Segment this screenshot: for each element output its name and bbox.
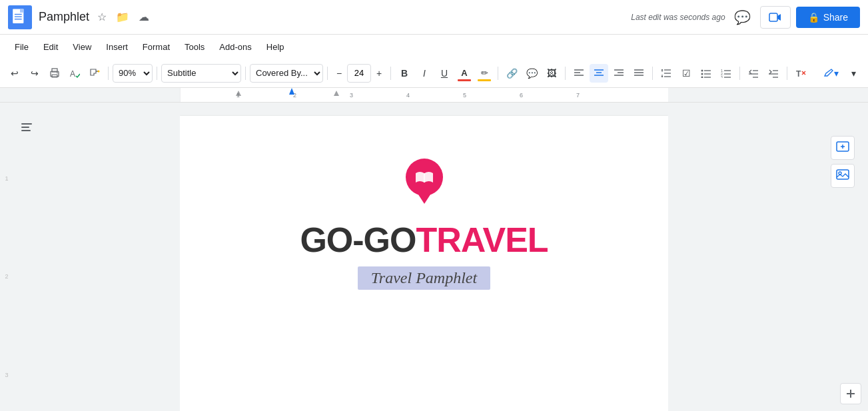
align-center-button[interactable] [590,64,608,83]
bullet-list-icon [701,69,711,78]
paint-format-button[interactable] [85,64,104,83]
svg-text:5: 5 [463,92,466,99]
italic-button[interactable]: I [415,64,434,83]
edit-status: Last edit was seconds ago [631,13,725,22]
document-page: GO-GO TRAVEL Travel Pamphlet [180,116,668,411]
decrease-indent-icon [748,69,759,78]
style-select[interactable]: Subtitle Normal text Heading 1 Heading 2… [161,64,241,83]
outline-panel-toggle[interactable] [20,121,33,137]
menu-format[interactable]: Format [136,39,177,55]
title-dark-part: GO-GO [300,220,416,260]
side-ruler: 1 2 3 [0,103,13,411]
menu-tools[interactable]: Tools [178,39,211,55]
divider-3 [245,67,246,80]
zoom-select[interactable]: 90% 100% 75% [113,64,153,83]
font-size-decrease-button[interactable]: − [332,64,346,83]
svg-text:7: 7 [576,92,580,99]
share-button[interactable]: 🔒 Share [796,7,860,28]
image-action-button[interactable] [831,164,855,188]
line-spacing-button[interactable] [657,64,675,83]
print-icon [49,68,60,79]
edit-mode-button[interactable]: ▾ [819,64,843,83]
corner-action-button[interactable] [840,383,861,404]
document-subtitle-container[interactable]: Travel Pamphlet [358,266,490,290]
font-select[interactable]: Covered By... Arial Times New Roman [250,64,323,83]
sidebar-left: 1 2 3 [0,103,180,411]
align-left-icon [574,69,584,78]
divider-8 [652,67,653,80]
align-justify-button[interactable] [630,64,648,83]
expand-toolbar-button[interactable]: ▾ [844,64,863,83]
underline-button[interactable]: U [435,64,454,83]
svg-point-12 [98,70,100,72]
divider-4 [327,67,328,80]
bullet-list-button[interactable] [697,64,715,83]
divider-7 [565,67,566,80]
svg-marker-61 [416,191,433,204]
divider-10 [787,67,787,80]
page-container[interactable]: GO-GO TRAVEL Travel Pamphlet [180,103,668,411]
numbered-list-icon: 1. 2. 3. [721,69,731,78]
ruler-white: 1 2 3 4 5 6 7 [180,88,668,102]
svg-rect-2 [20,9,23,12]
document-main-title: GO-GO TRAVEL [300,220,548,260]
edit-mode-icon [823,68,834,79]
text-color-button[interactable]: A [455,64,474,83]
menu-file[interactable]: File [8,39,35,55]
print-button[interactable] [45,64,64,83]
menu-addons[interactable]: Add-ons [213,39,258,55]
menu-view[interactable]: View [66,39,98,55]
align-left-button[interactable] [570,64,588,83]
svg-rect-57 [21,123,32,125]
outline-icon [20,121,33,135]
svg-text:A: A [70,69,75,79]
highlight-button[interactable]: ✏ [475,64,494,83]
checklist-button[interactable]: ☑ [677,64,695,83]
cloud-icon[interactable]: ☁ [136,8,152,26]
star-icon[interactable]: ☆ [95,8,109,26]
clear-formatting-icon: T [795,68,806,79]
divider-5 [390,67,391,80]
document-title[interactable]: Pamphlet [39,10,89,24]
increase-indent-icon [768,69,779,78]
meet-button[interactable] [760,6,791,29]
comments-button[interactable]: 💬 [731,5,755,29]
divider-2 [157,67,157,80]
ruler: 1 2 3 4 5 6 7 [0,88,868,103]
menu-help[interactable]: Help [260,39,291,55]
clear-formatting-button[interactable]: T [791,64,810,83]
menu-edit[interactable]: Edit [37,39,65,55]
map-pin-logo [401,156,448,209]
font-size-increase-button[interactable]: + [372,64,386,83]
svg-rect-6 [769,13,777,21]
numbered-list-button[interactable]: 1. 2. 3. [717,64,735,83]
font-size-input[interactable] [347,64,371,83]
spellcheck-button[interactable]: A [65,64,84,83]
folder-icon[interactable]: 📁 [113,8,132,26]
svg-rect-66 [837,170,849,179]
svg-point-10 [57,72,58,73]
svg-text:6: 6 [520,92,523,99]
svg-point-30 [701,73,703,75]
align-center-icon [594,69,604,78]
decrease-indent-button[interactable] [744,64,763,83]
align-right-icon [614,69,624,78]
undo-button[interactable]: ↩ [5,64,24,83]
redo-button[interactable]: ↪ [25,64,44,83]
bold-button[interactable]: B [395,64,414,83]
increase-indent-button[interactable] [764,64,783,83]
title-bar: Pamphlet ☆ 📁 ☁ Last edit was seconds ago… [0,0,868,35]
sidebar-right [668,103,868,411]
main-area: 1 2 3 [0,103,868,411]
menu-insert[interactable]: Insert [99,39,135,55]
meet-icon [769,11,782,24]
align-right-button[interactable] [610,64,628,83]
document-subtitle: Travel Pamphlet [371,269,477,286]
svg-rect-59 [21,130,31,131]
insert-image-button[interactable]: 🖼 [542,64,561,83]
insert-comment-button[interactable]: 💬 [522,64,541,83]
insert-link-button[interactable]: 🔗 [502,64,521,83]
svg-text:4: 4 [406,92,410,99]
add-slide-button[interactable] [831,136,855,160]
svg-rect-58 [21,127,29,128]
